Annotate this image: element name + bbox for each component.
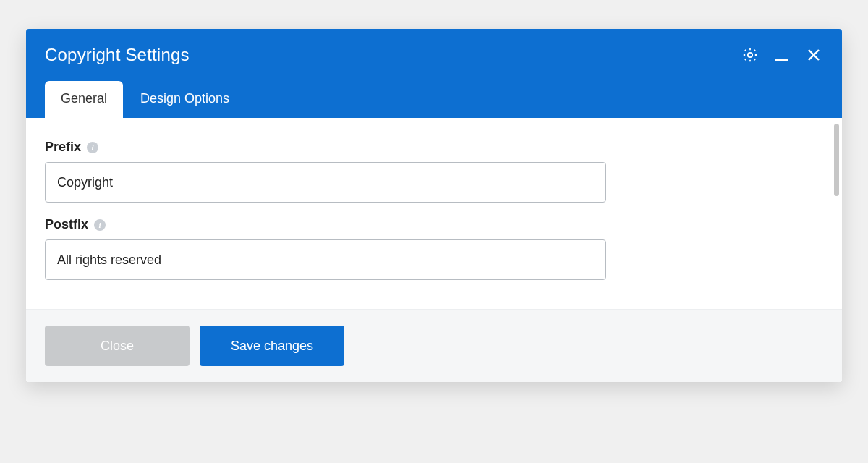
prefix-label: Prefix — [45, 140, 81, 155]
info-icon[interactable]: i — [94, 219, 106, 231]
save-button[interactable]: Save changes — [200, 326, 344, 366]
field-postfix: Postfix i — [45, 217, 823, 280]
svg-point-0 — [748, 53, 752, 57]
prefix-input[interactable] — [45, 162, 606, 203]
field-label-row: Prefix i — [45, 140, 823, 155]
tab-label: Design Options — [140, 91, 229, 106]
tabs: General Design Options — [26, 81, 842, 118]
tab-design-options[interactable]: Design Options — [124, 81, 245, 118]
field-prefix: Prefix i — [45, 140, 823, 203]
field-label-row: Postfix i — [45, 217, 823, 232]
info-icon[interactable]: i — [87, 142, 98, 153]
modal-body: Prefix i Postfix i — [26, 118, 842, 309]
postfix-input[interactable] — [45, 239, 606, 280]
modal-footer: Close Save changes — [26, 309, 842, 382]
minimize-icon[interactable] — [773, 46, 791, 64]
tab-label: General — [61, 91, 107, 106]
modal-title: Copyright Settings — [45, 45, 190, 65]
tab-general[interactable]: General — [45, 81, 123, 118]
close-icon[interactable] — [804, 46, 823, 64]
gear-icon[interactable] — [741, 46, 760, 64]
window-controls — [741, 46, 823, 64]
modal-header: Copyright Settings — [26, 29, 842, 118]
scrollbar-thumb[interactable] — [834, 124, 839, 196]
header-top-row: Copyright Settings — [26, 45, 842, 81]
settings-modal: Copyright Settings — [26, 29, 842, 382]
postfix-label: Postfix — [45, 217, 88, 232]
close-button[interactable]: Close — [45, 326, 190, 366]
